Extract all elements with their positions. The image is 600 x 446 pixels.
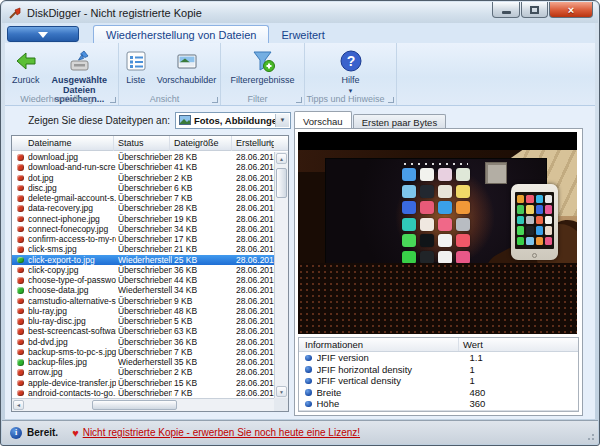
table-row[interactable]: click-sms.jpgÜberschrieben21 KB28.06.201…	[12, 244, 275, 254]
photo-furniture	[298, 172, 328, 267]
table-row[interactable]: bd-dvd.jpgÜberschrieben36 KB28.06.2016 1…	[12, 337, 275, 347]
cell-size: 44 KB	[174, 275, 232, 286]
table-row[interactable]: choose-data.jpgWiederherstell...34 KB28.…	[12, 285, 275, 295]
table-row[interactable]: choose-type-of-passwor...Überschrieben44…	[12, 275, 275, 285]
table-row[interactable]: download.jpgÜberschrieben28 KB28.06.2016…	[12, 152, 275, 162]
chevron-down-icon[interactable]: ▼	[275, 114, 289, 127]
cell-status: Wiederherstell...	[118, 255, 172, 266]
table-row[interactable]: connect-iphone.jpgÜberschrieben19 KB28.0…	[12, 214, 275, 224]
info-column-wert[interactable]: Wert	[459, 338, 578, 351]
ribbon-group-filter: Filterergebnisse Filter	[221, 43, 305, 105]
table-row[interactable]: connect-fonecopy.jpgÜberschrieben34 KB28…	[12, 224, 275, 234]
tab-ersten-paar-bytes[interactable]: Ersten paar Bytes	[353, 114, 447, 128]
cell-date: 28.06.2016 15	[236, 367, 275, 378]
info-row: JFIF version1.1	[299, 352, 578, 364]
table-row[interactable]: best-screencast-softwar...Überschrieben6…	[12, 326, 275, 336]
cell-date: 28.06.2016 15	[236, 357, 275, 368]
overwritten-dot-icon	[17, 246, 24, 253]
vertical-scrollbar[interactable]: ▲ ▼	[274, 152, 288, 398]
info-value: 1	[465, 364, 579, 376]
cell-name: choose-type-of-passwor...	[28, 275, 116, 286]
dialog-launcher-icon[interactable]	[388, 97, 394, 103]
image-info-table: Informationen Wert JFIF version1.1JFIF h…	[298, 337, 579, 412]
recoverable-dot-icon	[17, 257, 24, 264]
table-row[interactable]: blu-ray-disc.jpgÜberschrieben5 KB28.06.2…	[12, 316, 275, 326]
app-menu-button[interactable]	[7, 26, 79, 42]
table-row[interactable]: disc.jpgÜberschrieben6 KB28.06.2016 15	[12, 183, 275, 193]
overwritten-dot-icon	[17, 185, 24, 192]
cell-size: 6 KB	[174, 183, 232, 194]
resize-grip[interactable]	[585, 431, 595, 441]
table-row[interactable]: arrow.jpgÜberschrieben2 KB28.06.2016 15	[12, 367, 275, 377]
filetype-dropdown[interactable]: Fotos, Abbildungen ▼	[175, 112, 291, 129]
hilfe-button[interactable]: ? Hilfe ▼	[334, 45, 368, 96]
table-row[interactable]: blu-ray.jpgÜberschrieben48 KB28.06.2016 …	[12, 306, 275, 316]
overwritten-dot-icon	[17, 390, 24, 397]
close-button[interactable]: ×	[549, 2, 593, 18]
tab-vorschau[interactable]: Vorschau	[294, 111, 352, 128]
column-header-dateigroesse[interactable]: Dateigröße	[170, 136, 232, 151]
app-icon	[8, 6, 22, 20]
dialog-launcher-icon[interactable]	[110, 97, 116, 103]
cell-size: 7 KB	[174, 388, 232, 398]
table-row[interactable]: download-and-run-scre...Überschrieben41 …	[12, 162, 275, 172]
app-icon	[536, 237, 543, 245]
info-rows: JFIF version1.1JFIF horizontal density1J…	[299, 352, 578, 410]
table-row[interactable]: data-recovery.jpgÜberschrieben28 KB28.06…	[12, 203, 275, 213]
cell-size: 5 KB	[174, 316, 232, 327]
column-header-status[interactable]: Status	[114, 136, 170, 151]
scrollbar-thumb[interactable]	[276, 168, 287, 198]
close-icon: ×	[568, 4, 574, 16]
table-row[interactable]: delete-gmail-account-s.j...Überschrieben…	[12, 193, 275, 203]
horizontal-scrollbar[interactable]: ◄ ►	[12, 398, 274, 411]
dialog-launcher-icon[interactable]	[212, 97, 218, 103]
table-row[interactable]: confirm-access-to-my-rec...Überschrieben…	[12, 234, 275, 244]
tab-wiederherstellung[interactable]: Wiederherstellung von Dateien	[93, 25, 269, 43]
zurueck-button[interactable]: Zurück	[8, 45, 44, 86]
dialog-launcher-icon[interactable]	[296, 97, 302, 103]
ribbon-group-wiederherstellung: Zurück Ausgewählte Dateien speichern... …	[5, 43, 119, 105]
cell-name: apple-device-transfer.jpg	[28, 378, 116, 389]
cell-date: 28.06.2016 15	[236, 203, 275, 214]
scroll-left-icon[interactable]: ◄	[13, 400, 24, 410]
table-row[interactable]: dot.jpgÜberschrieben2 KB28.06.2016 15	[12, 173, 275, 183]
cell-size: 21 KB	[174, 244, 232, 255]
cell-date: 28.06.2016 15	[236, 183, 275, 194]
scrollbar-corner	[274, 398, 288, 411]
table-row[interactable]: click-export-to.jpgWiederherstell...25 K…	[12, 255, 275, 265]
cell-name: disc.jpg	[28, 183, 116, 194]
minimize-button[interactable]	[492, 2, 520, 18]
scroll-down-icon[interactable]: ▼	[276, 386, 287, 397]
photo-picture-frame	[485, 162, 507, 184]
app-icon	[526, 237, 533, 245]
scrollbar-thumb[interactable]	[92, 400, 177, 410]
column-header-dateiname[interactable]: Dateiname	[24, 136, 114, 151]
save-files-icon	[66, 48, 92, 74]
liste-button[interactable]: Liste	[119, 45, 153, 86]
app-icon	[456, 234, 470, 247]
table-row[interactable]: click-copy.jpgÜberschrieben36 KB28.06.20…	[12, 265, 275, 275]
table-row[interactable]: backup-sms-to-pc-s.jpgÜberschrieben7 KB2…	[12, 347, 275, 357]
cell-status: Überschrieben	[118, 337, 172, 348]
cell-size: 2 KB	[174, 173, 232, 184]
recoverable-dot-icon	[17, 287, 24, 294]
table-row[interactable]: apple-device-transfer.jpgÜberschrieben15…	[12, 378, 275, 388]
vorschaubilder-button[interactable]: Vorschaubilder	[153, 45, 221, 86]
app-icon	[402, 168, 416, 181]
help-icon: ?	[338, 48, 364, 74]
title-bar[interactable]: DiskDigger - Nicht registrierte Kopie ×	[2, 2, 598, 23]
license-link[interactable]: Nicht registrierte Kopie - erwerben Sie …	[83, 427, 360, 438]
info-column-informationen[interactable]: Informationen	[299, 338, 459, 351]
tab-erweitert[interactable]: Erweitert	[269, 26, 336, 43]
cell-name: camstudio-alternative-s.j...	[28, 296, 116, 307]
maximize-button[interactable]	[521, 2, 548, 18]
table-row[interactable]: backup-files.jpgWiederherstell...35 KB28…	[12, 357, 275, 367]
cell-status: Überschrieben	[118, 296, 172, 307]
cell-name: data-recovery.jpg	[28, 203, 116, 214]
table-row[interactable]: camstudio-alternative-s.j...Überschriebe…	[12, 296, 275, 306]
cell-name: arrow.jpg	[28, 367, 116, 378]
scroll-up-icon[interactable]: ▲	[276, 153, 287, 164]
table-row[interactable]: android-contacts-to-go...Überschrieben7 …	[12, 388, 275, 398]
overwritten-dot-icon	[17, 267, 24, 274]
filterergebnisse-button[interactable]: Filterergebnisse	[226, 45, 298, 86]
